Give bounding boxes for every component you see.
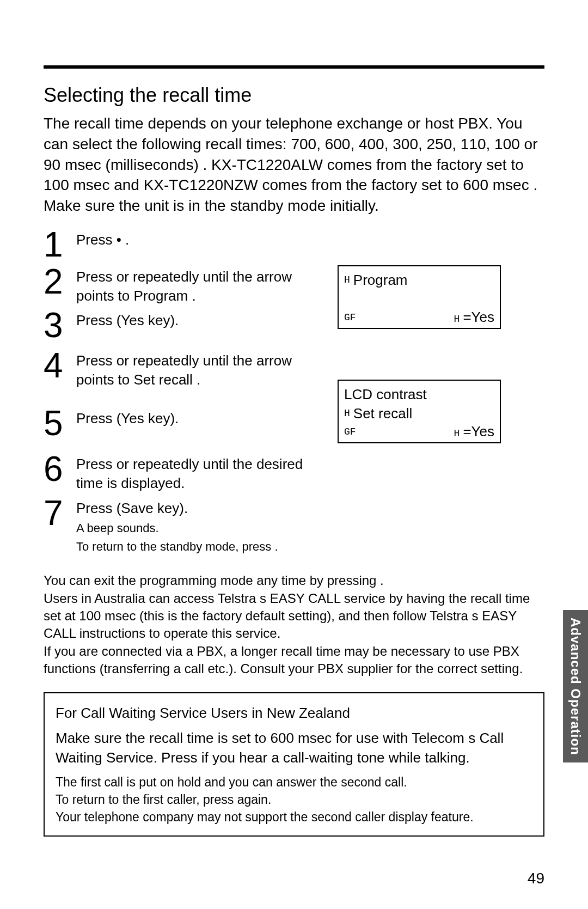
lcd-bottom: GF H=Yes (344, 309, 494, 326)
step-text: Press or repeatedly until the arrow poin… (76, 267, 327, 306)
section-title: Selecting the recall time (44, 84, 544, 107)
lcd-text: Set recall (353, 404, 412, 423)
steps-container: 1 Press • . 2 Press or repeatedly until … (44, 227, 544, 556)
step-text: Press (Save key). (76, 499, 327, 518)
lcd-display: H Program GF H=Yes (338, 265, 501, 329)
lcd-line: LCD contrast (344, 385, 494, 404)
step-body: Press • . (76, 227, 544, 249)
step-text: Press • . (76, 230, 327, 249)
lcd-symbol: GF (344, 426, 356, 437)
box-heading: For Call Waiting Service Users in New Ze… (56, 703, 532, 723)
lcd-text: LCD contrast (344, 385, 427, 404)
step-number: 6 (44, 452, 76, 486)
lcd-yes: H=Yes (454, 423, 494, 440)
step: 6 Press or repeatedly until the desired … (44, 452, 544, 493)
step-subtext: A beep sounds. (76, 520, 359, 537)
top-rule (44, 65, 544, 69)
manual-page: Selecting the recall time The recall tim… (0, 0, 588, 909)
step-number: 7 (44, 496, 76, 530)
step-text: Press or repeatedly until the desired ti… (76, 455, 327, 493)
step-number: 4 (44, 348, 76, 383)
lcd-yes: H=Yes (454, 309, 494, 326)
lcd-line (344, 290, 494, 309)
step: 1 Press • . (44, 227, 544, 262)
step-number: 1 (44, 227, 76, 262)
box-subtext: The ﬁrst call is put on hold and you can… (56, 773, 532, 826)
lcd-display: LCD contrast H Set recall GF H=Yes (338, 380, 501, 443)
step-text: Press (Yes key). (76, 311, 327, 330)
lcd-text: Program (353, 271, 408, 290)
lcd-bottom: GF H=Yes (344, 423, 494, 440)
page-number: 49 (528, 870, 544, 887)
step-number: 3 (44, 308, 76, 343)
lcd-symbol: GF (344, 312, 356, 323)
lcd-line: H Program (344, 271, 494, 290)
side-tab: Advanced Operation (563, 610, 588, 762)
step-body: Press (Save key). A beep sounds. To retu… (76, 496, 544, 556)
arrow-icon: H (344, 407, 350, 420)
step-subtext: To return to the standby mode, press . (76, 539, 359, 556)
notes-paragraph: You can exit the programming mode any ti… (44, 572, 544, 678)
lcd-line: H Set recall (344, 404, 494, 423)
step-number: 2 (44, 264, 76, 299)
step-text: Press or repeatedly until the arrow poin… (76, 351, 327, 389)
intro-paragraph: The recall time depends on your telephon… (44, 113, 544, 216)
step-number: 5 (44, 406, 76, 441)
step: 7 Press (Save key). A beep sounds. To re… (44, 496, 544, 556)
step-body: Press or repeatedly until the desired ti… (76, 452, 544, 493)
info-box: For Call Waiting Service Users in New Ze… (44, 692, 544, 837)
step-text: Press (Yes key). (76, 409, 327, 428)
box-body: Make sure the recall time is set to 600 … (56, 728, 532, 768)
arrow-icon: H (344, 273, 350, 286)
